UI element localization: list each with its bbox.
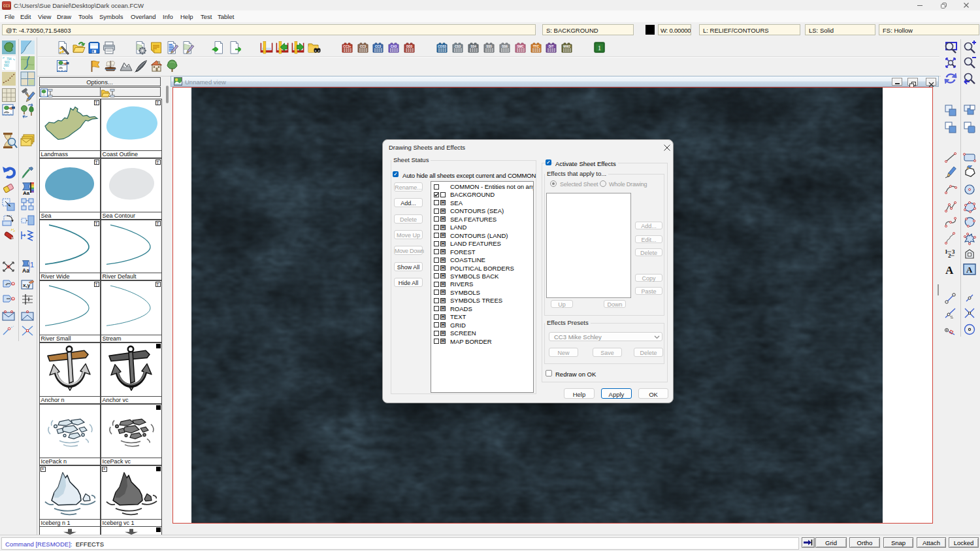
svg-text:WW2: WW2 [563, 45, 570, 48]
svg-text:x,y: x,y [23, 282, 31, 288]
svg-text:A: A [945, 264, 954, 276]
svg-text:Aa: Aa [23, 190, 30, 196]
svg-text:CC3: CC3 [374, 45, 381, 48]
svg-text:CC3: CC3 [359, 45, 366, 48]
svg-text:3: 3 [952, 248, 955, 255]
svg-text:CS3: CS3 [455, 45, 461, 48]
svg-text:1: 1 [30, 261, 34, 269]
svg-text:A: A [966, 265, 973, 275]
svg-text:990: 990 [4, 64, 9, 67]
svg-text:DD3: DD3 [406, 45, 412, 48]
svg-text:SS6: SS6 [502, 45, 508, 48]
svg-text:CC3: CC3 [3, 4, 10, 8]
svg-text:SS5: SS5 [486, 45, 492, 48]
svg-text:COS3: COS3 [438, 45, 446, 48]
svg-text:TTC: TTC [533, 45, 540, 48]
svg-text:SS4: SS4 [470, 45, 476, 48]
svg-text:SMC: SMC [517, 45, 524, 48]
svg-text:CA3: CA3 [390, 45, 397, 48]
svg-text:DIT: DIT [548, 45, 553, 48]
svg-text:1: 1 [598, 44, 602, 52]
svg-text:CC3+: CC3+ [343, 45, 351, 48]
svg-text:Aa: Aa [22, 267, 29, 274]
svg-text:+: + [5, 282, 8, 286]
